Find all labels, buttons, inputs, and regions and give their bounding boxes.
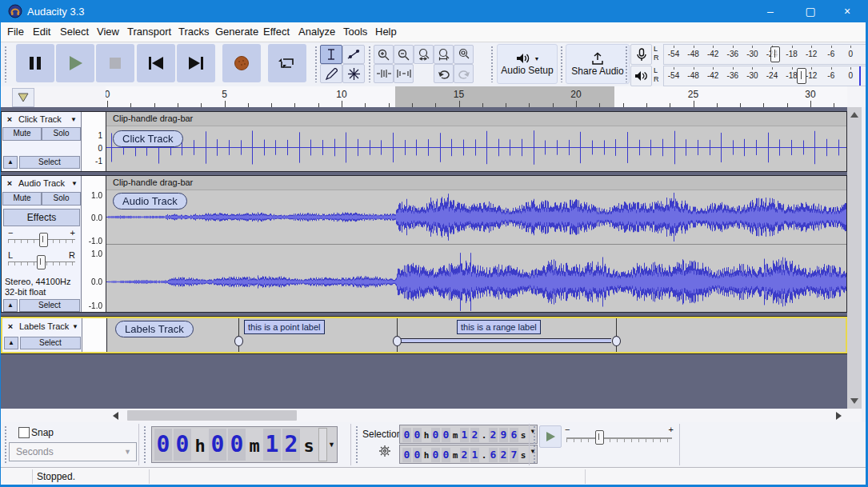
labels-track-name[interactable]: Labels Track <box>19 321 69 331</box>
audio-position-display[interactable]: 00h00m12s ▼ <box>151 426 338 463</box>
menu-edit[interactable]: Edit <box>33 26 50 38</box>
click-track-name[interactable]: Click Track <box>18 114 62 124</box>
snap-checkbox[interactable] <box>18 427 30 438</box>
zoom-out-button[interactable] <box>394 45 414 64</box>
time-digit[interactable]: 1 <box>470 448 479 462</box>
play-speed-slider[interactable]: − + <box>565 426 674 447</box>
playback-meter[interactable]: -54-48-42-36-30-24-18-12-60 <box>663 66 866 86</box>
zoom-toggle-button[interactable] <box>454 45 474 64</box>
meters-grip[interactable] <box>625 46 629 82</box>
audio-track-collapse-button[interactable]: ▲ <box>3 299 18 312</box>
range-label-bar[interactable] <box>401 338 611 343</box>
transport-grip[interactable] <box>4 46 8 82</box>
labels-track-close-button[interactable]: × <box>5 321 16 332</box>
time-digit[interactable]: 2 <box>499 448 508 462</box>
audio-setup-button[interactable]: ▼ Audio Setup <box>497 44 558 84</box>
click-track-mute-button[interactable]: Mute <box>2 127 42 141</box>
label-handle[interactable] <box>234 336 243 346</box>
maximize-button[interactable]: ▢ <box>791 0 830 22</box>
audio-track-close-button[interactable]: × <box>4 178 15 189</box>
time-digit[interactable]: 1 <box>460 428 469 442</box>
click-clip-handle[interactable]: Clip-handle drag-bar <box>106 112 846 126</box>
pause-button[interactable] <box>16 44 54 82</box>
close-button[interactable]: × <box>828 0 866 22</box>
time-digit[interactable]: 9 <box>499 428 508 442</box>
scroll-right-arrow-icon[interactable] <box>836 412 842 420</box>
labels-track-menu-caret-icon[interactable]: ▼ <box>72 323 78 330</box>
time-digit[interactable]: 0 <box>442 448 450 462</box>
play-speed-thumb[interactable] <box>595 430 604 445</box>
time-digit[interactable]: 0 <box>413 428 422 442</box>
skip-to-start-button[interactable] <box>137 44 175 82</box>
time-digit[interactable]: 0 <box>154 429 172 461</box>
meter-slider-handle[interactable] <box>770 46 780 62</box>
timeline-options-button[interactable] <box>12 88 34 107</box>
pan-slider[interactable]: L R <box>6 251 77 272</box>
audio-track-content[interactable]: Clip-handle drag-bar Audio Track <box>106 176 846 312</box>
audio-position-digits[interactable]: 00h00m12s <box>154 429 317 461</box>
play-at-speed-button[interactable] <box>539 425 562 448</box>
gain-slider[interactable]: − + <box>6 229 77 249</box>
audio-track-solo-button[interactable]: Solo <box>42 192 81 206</box>
play-meter-button[interactable] <box>630 66 652 86</box>
audio-track-effects-button[interactable]: Effects <box>3 209 80 226</box>
time-digit[interactable]: 0 <box>431 448 440 462</box>
time-digit[interactable]: 2 <box>489 428 498 442</box>
click-track-title-pill[interactable]: Click Track <box>113 130 183 147</box>
menu-help[interactable]: Help <box>375 26 397 38</box>
stop-button[interactable] <box>96 44 134 82</box>
audio-waveform-right[interactable] <box>106 245 846 312</box>
menu-transport[interactable]: Transport <box>127 26 171 38</box>
horizontal-scrollbar[interactable] <box>1 409 862 422</box>
audio-clip-handle[interactable]: Clip-handle drag-bar <box>106 176 846 190</box>
time-digit[interactable]: 0 <box>413 448 422 462</box>
record-meter-button[interactable] <box>630 44 652 65</box>
label-handle[interactable] <box>393 336 402 346</box>
recording-meter[interactable]: -54-48-42-36-30-24-18-12-60 <box>663 44 866 65</box>
time-digit[interactable]: 0 <box>431 428 440 442</box>
menu-generate[interactable]: Generate <box>215 26 258 38</box>
audio-track-name[interactable]: Audio Track <box>18 178 65 188</box>
envelope-tool-button[interactable] <box>342 45 365 64</box>
audio-track-vruler[interactable]: 1.0 0.0 -1.0 1.0 0.0 -1.0 <box>82 176 106 312</box>
multi-tool-button[interactable] <box>342 64 365 83</box>
selection-tool-button[interactable] <box>320 45 342 64</box>
time-grip[interactable] <box>143 425 147 464</box>
click-track-select-button[interactable]: Select <box>19 156 80 169</box>
tools-grip[interactable] <box>314 46 318 82</box>
zoom-in-button[interactable] <box>374 45 394 64</box>
horizontal-scroll-thumb[interactable] <box>127 410 297 421</box>
menu-analyze[interactable]: Analyze <box>298 26 335 38</box>
audio-setup-grip[interactable] <box>490 46 494 82</box>
scroll-down-arrow-icon[interactable] <box>850 398 858 404</box>
selection-end-field[interactable]: 00h00m21.627s▼ <box>399 445 538 464</box>
time-digit[interactable]: 1 <box>263 429 281 461</box>
menu-effect[interactable]: Effect <box>263 26 290 38</box>
zoom-selection-button[interactable] <box>414 45 434 64</box>
time-format-caret-icon[interactable]: ▼ <box>328 441 335 449</box>
menu-tools[interactable]: Tools <box>343 26 367 38</box>
draw-tool-button[interactable] <box>320 64 342 83</box>
audio-track-mute-button[interactable]: Mute <box>2 192 42 206</box>
trim-audio-button[interactable] <box>374 64 394 83</box>
menu-file[interactable]: File <box>7 26 24 38</box>
edit-toolbar-grip[interactable] <box>368 46 372 82</box>
time-digit[interactable]: . <box>481 430 487 441</box>
scroll-up-arrow-icon[interactable] <box>850 112 858 118</box>
time-digit[interactable]: 0 <box>402 448 411 462</box>
gain-slider-thumb[interactable] <box>39 233 48 247</box>
labels-track-title-pill[interactable]: Labels Track <box>115 321 194 337</box>
click-track-solo-button[interactable]: Solo <box>42 127 81 141</box>
snap-grip[interactable] <box>4 425 8 464</box>
range-label[interactable]: this is a range label <box>457 320 541 334</box>
scroll-left-arrow-icon[interactable] <box>113 412 118 420</box>
play-button[interactable] <box>56 44 94 82</box>
fit-project-button[interactable] <box>434 45 454 64</box>
undo-button[interactable] <box>434 64 454 83</box>
time-digit[interactable]: . <box>481 450 487 461</box>
audio-track-menu-caret-icon[interactable]: ▼ <box>71 180 78 187</box>
pan-slider-thumb[interactable] <box>37 255 46 269</box>
labels-track-select-button[interactable]: Select <box>20 337 81 349</box>
selection-start-field[interactable]: 00h00m12.296s▼ <box>399 425 538 444</box>
click-track-content[interactable]: Clip-handle drag-bar Click Track <box>106 112 846 171</box>
